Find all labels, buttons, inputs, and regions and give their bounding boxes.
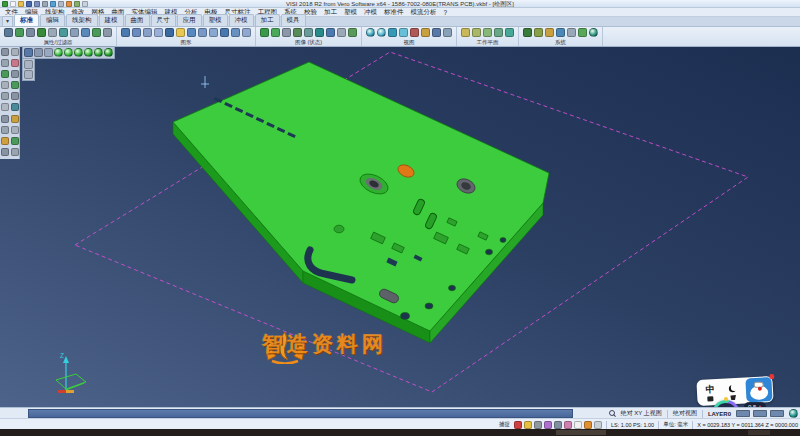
menu-item[interactable]: 冲模	[364, 8, 377, 17]
toolbar-icon[interactable]	[103, 28, 112, 37]
toolbar-icon[interactable]	[567, 28, 576, 37]
toolbar-icon[interactable]	[589, 28, 598, 37]
snap-icon[interactable]	[544, 421, 552, 429]
ribbon-tab[interactable]: 塑模	[203, 14, 228, 26]
dock-icon[interactable]	[11, 81, 19, 89]
dock-icon[interactable]	[1, 59, 9, 67]
menu-item[interactable]: 加工	[324, 8, 337, 17]
toolbar-icon[interactable]	[348, 28, 357, 37]
ribbon-tab[interactable]: 编辑	[40, 14, 65, 26]
status-button[interactable]	[736, 410, 750, 417]
doraemon-mascot[interactable]	[745, 377, 772, 402]
snap-icon[interactable]	[514, 421, 522, 429]
view-icon[interactable]	[24, 70, 33, 79]
ribbon-tab[interactable]: 应用	[177, 14, 202, 26]
toolbar-icon[interactable]	[132, 28, 141, 37]
dock-icon[interactable]	[1, 92, 9, 100]
toolbar-icon[interactable]	[92, 28, 101, 37]
view-icon[interactable]	[54, 48, 63, 57]
ribbon-tab[interactable]: 冲模	[229, 14, 254, 26]
toolbar-icon[interactable]	[143, 28, 152, 37]
toolbar-icon[interactable]	[187, 28, 196, 37]
toolbar-icon[interactable]	[377, 28, 386, 37]
dock-icon[interactable]	[1, 137, 9, 145]
ribbon-tab[interactable]: 建模	[99, 14, 124, 26]
ime-language-button[interactable]: 中	[705, 383, 715, 396]
toolbar-icon[interactable]	[483, 28, 492, 37]
menu-item[interactable]: 标准件	[384, 8, 404, 17]
toolbar-icon[interactable]	[4, 28, 13, 37]
toolbar-icon[interactable]	[59, 28, 68, 37]
snap-icon[interactable]	[524, 421, 532, 429]
view-mode-label[interactable]: 绝对视图	[673, 409, 697, 418]
menu-item[interactable]: 校验	[304, 8, 317, 17]
ribbon-tab[interactable]: 曲面	[125, 14, 150, 26]
moon-icon[interactable]	[729, 385, 736, 392]
dock-icon[interactable]	[11, 115, 19, 123]
toolbar-icon[interactable]	[443, 28, 452, 37]
view-icon[interactable]	[74, 48, 83, 57]
view-icon[interactable]	[24, 48, 33, 57]
toolbar-icon[interactable]	[388, 28, 397, 37]
toolbar-icon[interactable]	[15, 28, 24, 37]
toolbar-icon[interactable]	[70, 28, 79, 37]
dock-icon[interactable]	[11, 92, 19, 100]
snap-icon[interactable]	[554, 421, 562, 429]
menu-item[interactable]: ?	[444, 9, 448, 16]
toolbar-icon[interactable]	[410, 28, 419, 37]
dock-icon[interactable]	[11, 137, 19, 145]
dock-icon[interactable]	[1, 81, 9, 89]
layer-indicator[interactable]: LAYER0	[708, 411, 731, 417]
dock-icon[interactable]	[1, 126, 9, 134]
toolbar-icon[interactable]	[461, 28, 470, 37]
dock-icon[interactable]	[11, 59, 19, 67]
toolbar-icon[interactable]	[209, 28, 218, 37]
toolbar-icon[interactable]	[523, 28, 532, 37]
dock-icon[interactable]	[1, 148, 9, 156]
toolbar-icon[interactable]	[48, 28, 57, 37]
toolbar-icon[interactable]	[578, 28, 587, 37]
toolbar-icon[interactable]	[282, 28, 291, 37]
toolbar-icon[interactable]	[326, 28, 335, 37]
toolbar-icon[interactable]	[494, 28, 503, 37]
toolbar-icon[interactable]	[505, 28, 514, 37]
toolbar-icon[interactable]	[271, 28, 280, 37]
prompt-bar[interactable]	[28, 409, 573, 418]
toolbar-icon[interactable]	[121, 28, 130, 37]
ribbon-tab[interactable]: 标准	[14, 14, 39, 26]
menu-item[interactable]: 模流分析	[411, 8, 437, 17]
toolbar-icon[interactable]	[472, 28, 481, 37]
toolbar-icon[interactable]	[81, 28, 90, 37]
toolbar-icon[interactable]	[366, 28, 375, 37]
toolbar-icon[interactable]	[556, 28, 565, 37]
dock-icon[interactable]	[11, 148, 19, 156]
dock-icon[interactable]	[11, 48, 19, 56]
view-icon[interactable]	[84, 48, 93, 57]
snap-icon[interactable]	[564, 421, 572, 429]
toolbar-icon[interactable]	[304, 28, 313, 37]
view-icon[interactable]	[64, 48, 73, 57]
ribbon-tab[interactable]: 线架构	[66, 14, 98, 26]
chevron-down-icon[interactable]: ▾	[2, 16, 13, 26]
view-icon[interactable]	[24, 60, 33, 69]
toolbar-icon[interactable]	[198, 28, 207, 37]
snap-icon[interactable]	[594, 421, 602, 429]
toolbar-icon[interactable]	[260, 28, 269, 37]
dock-icon[interactable]	[1, 103, 9, 111]
search-icon[interactable]	[609, 410, 616, 417]
toolbar-icon[interactable]	[37, 28, 46, 37]
ribbon-tab[interactable]: 模具	[281, 14, 306, 26]
viewport-3d[interactable]: Z 智造资料网 中	[0, 47, 800, 407]
dock-icon[interactable]	[11, 126, 19, 134]
dock-icon[interactable]	[1, 70, 9, 78]
dock-icon[interactable]	[1, 115, 9, 123]
toolbar-icon[interactable]	[293, 28, 302, 37]
view-icon[interactable]	[44, 48, 53, 57]
toolbar-icon[interactable]	[534, 28, 543, 37]
view-icon[interactable]	[104, 48, 113, 57]
status-button[interactable]	[770, 410, 784, 417]
snap-icon[interactable]	[584, 421, 592, 429]
ribbon-tab[interactable]: 加工	[255, 14, 280, 26]
view-icon[interactable]	[34, 48, 43, 57]
workplane-ref-label[interactable]: 绝对 XY 上视图	[621, 409, 662, 418]
